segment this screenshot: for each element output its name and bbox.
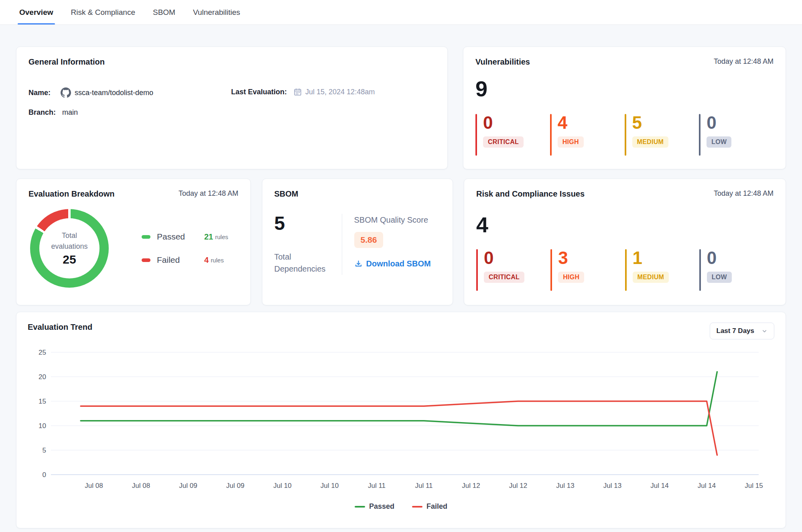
risk-low-item: 0 LOW <box>699 249 774 291</box>
trend-legend-item-passed: Passed <box>355 502 394 511</box>
date-range-dropdown[interactable]: Last 7 Days <box>710 323 775 339</box>
evaluation-trend-title: Evaluation Trend <box>28 323 92 332</box>
date-range-value: Last 7 Days <box>717 327 755 335</box>
vulnerabilities-card: Vulnerabilities Today at 12:48 AM 9 0 CR… <box>463 47 786 169</box>
svg-text:0: 0 <box>43 471 46 479</box>
svg-text:Jul 15: Jul 15 <box>745 482 763 489</box>
high-badge: HIGH <box>558 136 584 148</box>
svg-text:Jul 09: Jul 09 <box>179 482 197 489</box>
donut-center-value: 25 <box>63 253 76 266</box>
svg-text:Jul 09: Jul 09 <box>226 482 244 489</box>
last-evaluation-label: Last Evaluation: <box>231 88 287 96</box>
low-count: 0 <box>707 249 732 267</box>
high-badge: HIGH <box>558 272 584 283</box>
risk-severity-row: 0 CRITICAL 3 HIGH 1 MEDIUM 0 LOW <box>476 249 774 291</box>
evaluation-breakdown-card: Evaluation Breakdown Today at 12:48 AM T… <box>16 179 251 305</box>
low-badge: LOW <box>707 136 731 148</box>
medium-count: 5 <box>632 114 669 132</box>
medium-badge: MEDIUM <box>632 136 669 148</box>
svg-text:Jul 11: Jul 11 <box>415 482 432 489</box>
trend-legend-item-failed: Failed <box>412 502 447 511</box>
svg-text:Jul 11: Jul 11 <box>368 482 386 489</box>
passed-count: 21 <box>204 232 213 242</box>
total-dependencies-label-2: Dependencies <box>274 264 326 273</box>
svg-text:Jul 08: Jul 08 <box>85 482 103 489</box>
download-sbom-label: Download SBOM <box>366 259 431 268</box>
severity-bar <box>699 249 701 291</box>
high-count: 4 <box>558 114 584 132</box>
low-count: 0 <box>707 114 731 132</box>
severity-bar <box>699 114 700 156</box>
vulnerabilities-total: 9 <box>475 78 774 99</box>
failed-unit: rules <box>211 257 224 264</box>
evaluation-breakdown-timestamp: Today at 12:48 AM <box>179 189 238 198</box>
svg-text:Jul 12: Jul 12 <box>509 482 527 489</box>
github-icon <box>61 87 71 98</box>
svg-text:5: 5 <box>43 447 46 454</box>
svg-text:Jul 10: Jul 10 <box>273 482 291 489</box>
general-information-title: General Information <box>28 57 105 67</box>
legend-label: Passed <box>369 502 394 511</box>
chevron-down-icon <box>761 328 767 334</box>
vertical-divider <box>342 214 342 275</box>
severity-bar <box>625 114 626 156</box>
vuln-medium-item: 5 MEDIUM <box>625 114 699 156</box>
total-dependencies-label-1: Total <box>274 252 291 261</box>
evaluation-trend-chart: 0510152025Jul 08Jul 08Jul 09Jul 09Jul 10… <box>28 343 765 497</box>
branch-value: main <box>62 108 78 117</box>
failed-pill-icon <box>142 258 150 262</box>
branch-label: Branch: <box>28 108 56 117</box>
vuln-critical-item: 0 CRITICAL <box>475 114 550 156</box>
passed-pill-icon <box>142 235 150 239</box>
svg-text:Jul 14: Jul 14 <box>698 482 716 489</box>
donut-center-label-1: Total <box>62 231 77 240</box>
general-information-card: General Information Name: ssca-team/todo… <box>16 47 448 169</box>
trend-chart-legend: PassedFailed <box>28 502 774 511</box>
evaluation-breakdown-title: Evaluation Breakdown <box>28 189 115 199</box>
sbom-quality-score-label: SBOM Quality Score <box>354 215 431 225</box>
risk-compliance-card: Risk and Compliance Issues Today at 12:4… <box>464 179 786 305</box>
branch-row: Branch: main <box>28 108 231 117</box>
critical-count: 0 <box>484 249 524 267</box>
high-count: 3 <box>558 249 584 267</box>
vuln-low-item: 0 LOW <box>699 114 774 156</box>
severity-bar <box>476 249 478 291</box>
tab-vulnerabilities[interactable]: Vulnerabilities <box>193 0 240 24</box>
download-icon <box>354 260 363 268</box>
severity-bar <box>550 114 552 156</box>
donut-center-label-2: evaluations <box>51 242 87 250</box>
passed-unit: rules <box>215 234 228 240</box>
legend-row-passed: Passed 21 rules <box>142 232 238 242</box>
tab-sbom[interactable]: SBOM <box>153 0 175 24</box>
svg-text:Jul 13: Jul 13 <box>603 482 621 489</box>
medium-badge: MEDIUM <box>633 272 669 283</box>
calendar-icon <box>293 87 302 96</box>
legend-dash-icon <box>412 506 422 508</box>
svg-text:Jul 08: Jul 08 <box>132 482 150 489</box>
tab-risk-compliance[interactable]: Risk & Compliance <box>71 0 136 24</box>
name-label: Name: <box>28 89 54 97</box>
sbom-title: SBOM <box>274 189 298 199</box>
svg-text:15: 15 <box>39 398 46 405</box>
tab-overview[interactable]: Overview <box>19 0 53 24</box>
download-sbom-link[interactable]: Download SBOM <box>354 259 431 268</box>
svg-text:Jul 13: Jul 13 <box>556 482 574 489</box>
severity-bar <box>550 249 552 291</box>
svg-text:25: 25 <box>39 349 46 356</box>
tab-bar: Overview Risk & Compliance SBOM Vulnerab… <box>0 0 802 25</box>
risk-compliance-title: Risk and Compliance Issues <box>476 189 585 199</box>
svg-text:10: 10 <box>39 422 46 430</box>
critical-badge: CRITICAL <box>483 136 524 148</box>
vuln-high-item: 4 HIGH <box>550 114 625 156</box>
svg-text:20: 20 <box>39 373 46 381</box>
risk-critical-item: 0 CRITICAL <box>476 249 550 291</box>
sbom-card: SBOM 5 Total Dependencies SBOM Quality S… <box>262 179 453 305</box>
passed-label: Passed <box>157 232 204 242</box>
risk-medium-item: 1 MEDIUM <box>625 249 699 291</box>
last-evaluation-row: Last Evaluation: Jul 15, 2024 12:48am <box>231 87 375 96</box>
risk-compliance-timestamp: Today at 12:48 AM <box>714 189 774 198</box>
risk-total: 4 <box>476 214 774 236</box>
risk-high-item: 3 HIGH <box>550 249 625 291</box>
repo-name-row: Name: ssca-team/todolist-demo <box>28 87 231 98</box>
legend-row-failed: Failed 4 rules <box>142 255 238 265</box>
